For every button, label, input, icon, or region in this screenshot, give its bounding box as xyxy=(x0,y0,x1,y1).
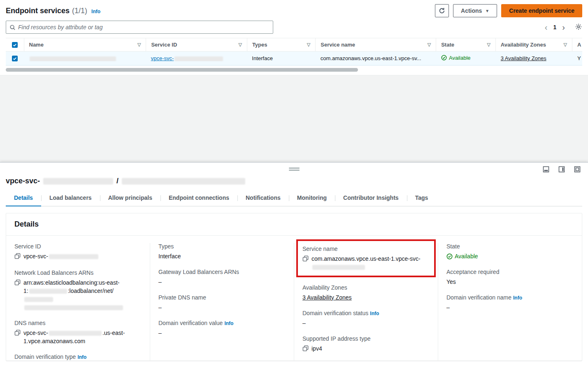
cell-name xyxy=(24,55,146,61)
tab-details[interactable]: Details xyxy=(6,193,41,206)
refresh-icon xyxy=(439,7,445,14)
panel-position-side-button[interactable] xyxy=(558,165,566,175)
tab-contributor-insights[interactable]: Contributor Insights xyxy=(335,193,407,206)
filter-icon[interactable]: ▽ xyxy=(424,42,431,47)
list-header-bar: Endpoint services (1/1) Info Actions ▼ C… xyxy=(6,0,582,17)
details-column-1: Service ID vpce-svc- Network Load Balanc… xyxy=(6,243,150,361)
previous-page-button[interactable]: ‹ xyxy=(545,23,548,31)
panel-bottom-icon xyxy=(543,166,549,173)
checkbox-checked-icon[interactable] xyxy=(12,42,18,48)
info-link[interactable]: Info xyxy=(513,295,522,301)
service-id-link[interactable]: vpce-svc- xyxy=(151,55,224,61)
pagination: ‹ 1 › xyxy=(545,23,582,32)
panel-tabs: Details Load balancers Allow principals … xyxy=(6,193,582,206)
header-actions: Actions ▼ Create endpoint service xyxy=(435,4,582,17)
details-card-body: Service ID vpce-svc- Network Load Balanc… xyxy=(6,236,582,361)
tab-tags[interactable]: Tags xyxy=(407,193,437,206)
actions-button[interactable]: Actions ▼ xyxy=(453,4,497,17)
refresh-button[interactable] xyxy=(435,4,449,17)
settings-gear-button[interactable] xyxy=(575,23,582,32)
details-card-heading: Details xyxy=(6,213,582,236)
table-row[interactable]: vpce-svc- Interface com.amazonaws.vpce.u… xyxy=(6,51,582,66)
tab-load-balancers[interactable]: Load balancers xyxy=(41,193,100,206)
current-page-number[interactable]: 1 xyxy=(553,24,557,30)
copy-icon[interactable] xyxy=(302,255,309,264)
filter-icon[interactable]: ▽ xyxy=(560,42,567,47)
search-input[interactable] xyxy=(18,24,270,30)
panel-close-button[interactable] xyxy=(573,165,581,175)
tab-allow-principals[interactable]: Allow principals xyxy=(100,193,160,206)
endpoint-services-list-section: Endpoint services (1/1) Info Actions ▼ C… xyxy=(0,0,588,75)
info-link[interactable]: Info xyxy=(370,311,379,316)
copy-icon[interactable] xyxy=(14,253,21,261)
split-panel-controls xyxy=(542,165,581,175)
state-available-badge: Available xyxy=(441,55,471,61)
details-column-4: State Available Acceptance required xyxy=(438,243,582,361)
field-gateway-load-balancers-arns: Gateway Load Balancers ARNs – xyxy=(158,269,286,286)
table-header-row: Name ▽ Service ID ▽ Types ▽ Service name… xyxy=(6,38,582,51)
details-card: Details Service ID vpce-svc- xyxy=(6,213,582,361)
redacted-name xyxy=(30,56,116,61)
redacted-title-name xyxy=(122,178,245,185)
column-header-service-name[interactable]: Service name ▽ xyxy=(315,38,436,51)
info-link[interactable]: Info xyxy=(77,354,86,360)
filter-icon[interactable]: ▽ xyxy=(304,42,310,47)
filter-icon[interactable]: ▽ xyxy=(134,42,141,47)
field-network-load-balancers-arns: Network Load Balancers ARNs arn:aws:elas… xyxy=(14,269,142,311)
check-circle-icon xyxy=(446,253,453,260)
row-checkbox[interactable] xyxy=(6,56,24,61)
column-header-state[interactable]: State ▽ xyxy=(436,38,495,51)
select-all-checkbox[interactable] xyxy=(6,38,24,51)
tab-endpoint-connections[interactable]: Endpoint connections xyxy=(160,193,237,206)
field-domain-verification-status: Domain verification status Info – xyxy=(302,310,430,327)
column-header-acceptance-truncated[interactable]: A xyxy=(572,38,582,51)
field-domain-verification-value: Domain verification value Info – xyxy=(158,320,286,337)
checkbox-checked-icon[interactable] xyxy=(12,56,18,61)
field-service-name-highlighted: Service name com.amazonaws.vpce.us-east-… xyxy=(302,246,430,271)
column-header-availability-zones[interactable]: Availability Zones ▽ xyxy=(495,38,572,51)
split-panel-title: vpce-svc- / xyxy=(6,177,582,185)
search-row: ‹ 1 › xyxy=(6,21,582,34)
panel-position-bottom-button[interactable] xyxy=(542,165,550,175)
scrollbar-thumb[interactable] xyxy=(6,68,358,72)
field-acceptance-required: Acceptance required Yes xyxy=(446,269,574,286)
cell-service-name: com.amazonaws.vpce.us-east-1.vpce-sv... xyxy=(316,55,436,61)
redacted-title-id xyxy=(43,178,113,185)
tab-monitoring[interactable]: Monitoring xyxy=(289,193,335,206)
field-private-dns-name: Private DNS name – xyxy=(158,294,286,311)
panel-side-icon xyxy=(558,166,565,173)
availability-zones-link[interactable]: 3 Availability Zones xyxy=(302,293,352,302)
field-availability-zones: Availability Zones 3 Availability Zones xyxy=(302,284,430,302)
copy-icon[interactable] xyxy=(14,330,21,338)
page-title: Endpoint services (1/1) Info xyxy=(6,7,100,15)
details-column-2: Types Interface Gateway Load Balancers A… xyxy=(150,243,294,361)
actions-button-label: Actions xyxy=(461,7,482,14)
filter-icon[interactable]: ▽ xyxy=(235,42,242,47)
column-header-name[interactable]: Name ▽ xyxy=(24,38,146,51)
resource-count: (1/1) xyxy=(72,7,87,15)
next-page-button[interactable]: › xyxy=(562,23,565,31)
vpc-endpoint-services-page: Endpoint services (1/1) Info Actions ▼ C… xyxy=(0,0,588,365)
column-header-types[interactable]: Types ▽ xyxy=(247,38,315,51)
column-header-service-id[interactable]: Service ID ▽ xyxy=(146,38,246,51)
gear-icon xyxy=(575,23,582,30)
empty-canvas-area xyxy=(0,75,588,162)
copy-icon[interactable] xyxy=(302,345,309,353)
availability-zones-link[interactable]: 3 Availability Zones xyxy=(501,55,546,61)
endpoint-services-table: Name ▽ Service ID ▽ Types ▽ Service name… xyxy=(6,38,582,72)
cell-service-id: vpce-svc- xyxy=(146,55,247,61)
page-title-text: Endpoint services xyxy=(6,7,70,15)
redacted-service-id xyxy=(174,56,223,61)
tab-notifications[interactable]: Notifications xyxy=(237,193,289,206)
search-icon xyxy=(9,24,16,30)
filter-icon[interactable]: ▽ xyxy=(483,42,490,47)
create-endpoint-service-button[interactable]: Create endpoint service xyxy=(501,4,582,17)
copy-icon[interactable] xyxy=(14,279,21,288)
info-link[interactable]: Info xyxy=(91,9,100,14)
state-available-badge: Available xyxy=(446,252,478,260)
field-supported-ip-address-type: Supported IP address type ipv4 xyxy=(302,335,430,353)
check-circle-icon xyxy=(441,55,447,61)
info-link[interactable]: Info xyxy=(224,321,233,326)
split-panel-drag-handle[interactable] xyxy=(289,166,300,172)
horizontal-scrollbar[interactable] xyxy=(6,68,582,72)
